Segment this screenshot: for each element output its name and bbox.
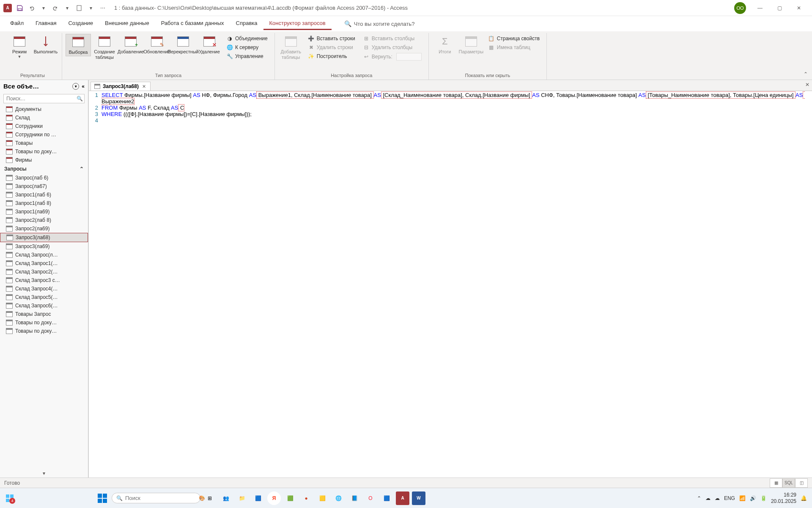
insertrows-button[interactable]: ➕Вставить строки xyxy=(306,35,357,42)
tray-notifications-icon[interactable]: 🔔 xyxy=(801,495,807,501)
widgets-icon[interactable] xyxy=(5,494,14,503)
query-item[interactable]: Товары по доку… xyxy=(0,327,88,335)
minimize-button[interactable]: — xyxy=(750,0,770,16)
doc-tab-active[interactable]: Запрос3(ла68) ✕ xyxy=(91,82,151,91)
design-view-button[interactable]: ◫ xyxy=(795,478,808,488)
query-item[interactable]: Склад Запрос5(… xyxy=(0,293,88,301)
taskbar-search[interactable]: 🔍 🎨 xyxy=(112,493,200,503)
query-item[interactable]: Запрос3(ла68) xyxy=(0,233,88,242)
tray-clock[interactable]: 16:29 20.01.2025 xyxy=(771,492,796,504)
table-item[interactable]: Фирмы xyxy=(0,156,88,164)
teams-icon[interactable]: 👥 xyxy=(219,491,233,505)
sql-view-button[interactable]: SQL xyxy=(782,478,795,488)
app-icon[interactable]: ● xyxy=(299,491,313,505)
undo-icon[interactable] xyxy=(26,3,37,14)
tab-create[interactable]: Создание xyxy=(62,17,99,30)
tray-chevron-icon[interactable]: ⌃ xyxy=(697,495,701,501)
sql-line-1[interactable]: SELECT Фирмы.[Название фирмы] AS НФ, Фир… xyxy=(102,92,812,105)
sql-editor[interactable]: 1SELECT Фирмы.[Название фирмы] AS НФ, Фи… xyxy=(89,91,812,478)
view-button[interactable]: Режим ▼ xyxy=(7,34,32,60)
tray-onedrive-icon[interactable]: ☁ xyxy=(715,495,720,501)
run-button[interactable]: Выполнить xyxy=(33,34,58,55)
append-button[interactable]: +Добавление xyxy=(118,34,143,55)
query-item[interactable]: Запрос1(лаб 6) xyxy=(0,190,88,199)
tell-me-search[interactable]: 🔍 Что вы хотите сделать? xyxy=(344,20,415,27)
close-tab-icon[interactable]: ✕ xyxy=(141,84,147,89)
query-item[interactable]: Склад Запрос3 с… xyxy=(0,276,88,284)
query-item[interactable]: Запрос3(ла69) xyxy=(0,242,88,251)
query-item[interactable]: Запрос1(лаб 8) xyxy=(0,199,88,207)
tab-external[interactable]: Внешние данные xyxy=(99,17,155,30)
table-item[interactable]: Товары по доку… xyxy=(0,147,88,156)
tab-database[interactable]: Работа с базами данных xyxy=(155,17,230,30)
sql-line-2[interactable]: FROM Фирмы AS F, Склад AS C xyxy=(102,105,812,111)
tray-volume-icon[interactable]: 🔊 xyxy=(750,495,756,501)
word-icon[interactable]: W xyxy=(412,491,425,505)
maketable-button[interactable]: Создание таблицы xyxy=(92,34,117,61)
crosstab-button[interactable]: Перекрестный xyxy=(170,34,196,55)
table-item[interactable]: Документы xyxy=(0,105,88,113)
tab-help[interactable]: Справка xyxy=(230,17,263,30)
union-button[interactable]: ◑Объединение xyxy=(225,35,269,42)
tab-home[interactable]: Главная xyxy=(30,17,62,30)
delete-button[interactable]: ✕Удаление xyxy=(197,34,222,55)
tray-battery-icon[interactable]: 🔋 xyxy=(760,495,767,501)
maximize-button[interactable]: ▢ xyxy=(770,0,789,16)
close-button[interactable]: ✕ xyxy=(789,0,809,16)
qat-customize-icon[interactable]: ▾ xyxy=(85,3,96,14)
datadef-button[interactable]: 🔧Управление xyxy=(225,52,269,60)
qat-overflow-icon[interactable]: ⋯ xyxy=(97,3,108,14)
tray-wifi-icon[interactable]: 📶 xyxy=(739,495,746,501)
tray-language[interactable]: ENG xyxy=(724,495,735,501)
table-item[interactable]: Сотрудники по … xyxy=(0,130,88,139)
navpane-header[interactable]: Все объе… ▾ « xyxy=(0,80,88,92)
query-item[interactable]: Склад Запрос1(… xyxy=(0,259,88,268)
select-query-button[interactable]: Выборка xyxy=(66,34,91,56)
navpane-filter-icon[interactable]: ▾ xyxy=(72,83,79,90)
sql-line-4[interactable] xyxy=(102,117,812,124)
search-icon[interactable]: 🔍 xyxy=(75,94,84,103)
update-button[interactable]: ✎Обновление xyxy=(144,34,170,55)
redo-icon[interactable] xyxy=(50,3,61,14)
datasheet-view-button[interactable]: ▦ xyxy=(770,478,782,488)
taskbar-search-input[interactable] xyxy=(125,495,196,501)
query-item[interactable]: Товары Запрос xyxy=(0,310,88,318)
query-item[interactable]: Запрос2(ла69) xyxy=(0,224,88,233)
passthrough-button[interactable]: 🌐К серверу xyxy=(225,44,269,51)
navpane-search-input[interactable] xyxy=(4,94,75,103)
collapse-ribbon-icon[interactable]: ⌃ xyxy=(804,71,808,77)
access-icon[interactable]: A xyxy=(396,491,409,505)
app-icon[interactable]: 📘 xyxy=(348,491,361,505)
start-button[interactable] xyxy=(96,491,109,505)
query-item[interactable]: Склад Запрос2(… xyxy=(0,268,88,276)
edge-icon[interactable]: 🌐 xyxy=(332,491,345,505)
query-item[interactable]: Товары по доку… xyxy=(0,318,88,327)
opera-icon[interactable]: O xyxy=(364,491,377,505)
builder-button[interactable]: ✨Построитель xyxy=(306,52,357,60)
category-queries[interactable]: Запросы⌃ xyxy=(0,164,88,174)
query-item[interactable]: Склад Запрос6(… xyxy=(0,301,88,310)
explorer-icon[interactable]: 📁 xyxy=(235,491,249,505)
taskview-icon[interactable]: ⊞ xyxy=(203,491,217,505)
query-item[interactable]: Склад Запрос(л… xyxy=(0,251,88,259)
user-badge[interactable]: OO xyxy=(734,2,746,14)
query-item[interactable]: Запрос1(ла69) xyxy=(0,207,88,216)
save-icon[interactable] xyxy=(14,3,25,14)
doc-icon[interactable] xyxy=(74,3,85,14)
navpane-search[interactable]: 🔍 xyxy=(3,94,85,103)
app-icon[interactable]: 🟨 xyxy=(315,491,329,505)
query-item[interactable]: Запрос2(лаб 8) xyxy=(0,216,88,224)
navpane-items[interactable]: ДокументыСкладСотрудникиСотрудники по …Т… xyxy=(0,105,88,469)
propsheet-button[interactable]: 📋Страница свойств xyxy=(486,35,541,42)
tray-cloud-icon[interactable]: ☁ xyxy=(705,495,710,501)
nav-scroll-down-icon[interactable]: ▾ xyxy=(0,469,88,478)
table-item[interactable]: Склад xyxy=(0,113,88,122)
redo-dropdown-icon[interactable]: ▾ xyxy=(62,3,73,14)
close-all-tabs-icon[interactable]: ✕ xyxy=(805,82,809,88)
yandex-icon[interactable]: Я xyxy=(267,491,281,505)
query-item[interactable]: Склад Запрос4(… xyxy=(0,284,88,293)
navpane-collapse-icon[interactable]: « xyxy=(82,83,85,89)
table-item[interactable]: Товары xyxy=(0,139,88,147)
app-icon[interactable]: 🟦 xyxy=(380,491,393,505)
tab-file[interactable]: Файл xyxy=(4,17,30,30)
